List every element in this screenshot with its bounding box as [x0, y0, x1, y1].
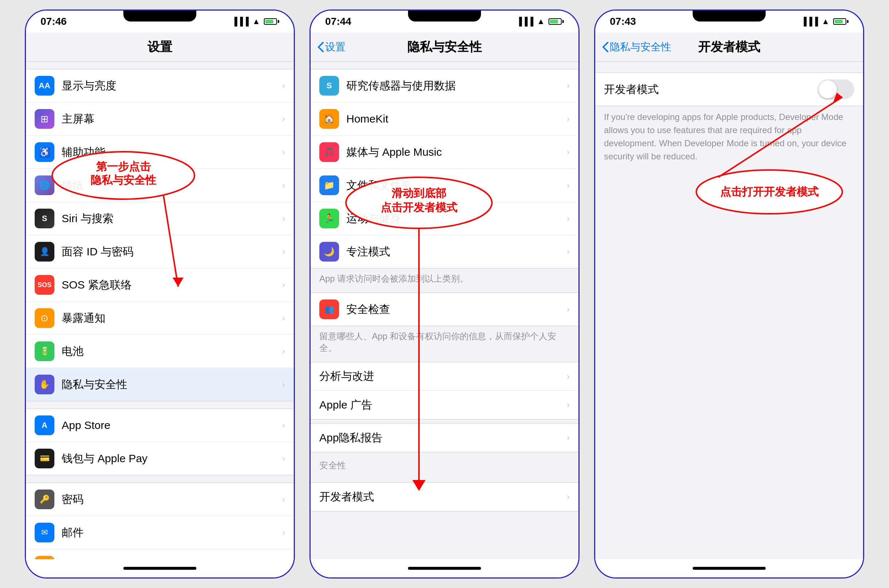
chevron-faceid: › [282, 247, 285, 257]
chevron-fitness: › [567, 213, 570, 224]
row-siri[interactable]: S Siri 与搜索 › [26, 202, 294, 235]
nav-header-1: 设置 [26, 33, 294, 62]
fitness-icon: 🏃 [319, 208, 339, 228]
phone3-wrapper: 07:43 ▐▐▐ ▲ 隐私与安全性 开发者模式 开发者模式 [594, 9, 864, 579]
wallpaper-label: 墙纸 [62, 178, 278, 193]
chevron-focus: › [567, 247, 570, 257]
wifi-icon-2: ▲ [537, 17, 545, 26]
row-files[interactable]: 📁 文件和文件夹 › [311, 169, 578, 202]
nav-back-2[interactable]: 设置 [318, 40, 345, 54]
accessibility-label: 辅助功能 [62, 145, 278, 160]
ads-label: Apple 广告 [319, 398, 563, 412]
homekit-icon: 🏠 [319, 109, 339, 129]
row-focus[interactable]: 🌙 专注模式 › [311, 235, 578, 268]
chevron-homescreen: › [282, 114, 285, 124]
accessibility-icon: ♿ [35, 142, 54, 162]
row-developer-toggle[interactable]: 开发者模式 [595, 73, 863, 106]
security-section-title: 安全性 [311, 452, 578, 475]
row-homekit[interactable]: 🏠 HomeKit › [311, 102, 578, 136]
focus-icon: 🌙 [319, 242, 339, 261]
row-battery[interactable]: 🔋 电池 › [26, 335, 294, 368]
row-ads[interactable]: Apple 广告 › [311, 391, 578, 419]
row-developer-mode-nav[interactable]: 开发者模式 › [311, 483, 578, 511]
home-indicator-1 [123, 567, 196, 570]
siri-label: Siri 与搜索 [62, 211, 278, 226]
chevron-wallet: › [282, 453, 285, 464]
status-bar-3: 07:43 ▐▐▐ ▲ [595, 10, 863, 33]
status-icons-1: ▐▐▐ ▲ [231, 17, 279, 26]
row-wallet[interactable]: 💳 钱包与 Apple Pay › [26, 442, 294, 475]
row-music[interactable]: 🎵 媒体与 Apple Music › [311, 136, 578, 169]
row-sos[interactable]: SOS SOS 紧急联络 › [26, 268, 294, 302]
row-display[interactable]: AA 显示与亮度 › [26, 69, 294, 102]
sensor-label: 研究传感器与使用数据 [346, 78, 563, 93]
signal-icon-3: ▐▐▐ [801, 17, 818, 26]
developer-mode-description: If you're developing apps for Apple prod… [595, 106, 863, 170]
display-icon: AA [35, 76, 54, 96]
settings-list-2: S 研究传感器与使用数据 › 🏠 HomeKit › 🎵 媒体与 Apple M… [311, 62, 578, 559]
toggle-knob [818, 80, 837, 99]
wifi-icon-3: ▲ [821, 17, 829, 26]
section-5-2: 开发者模式 › [311, 482, 578, 512]
row-exposure[interactable]: ⊙ 暴露通知 › [26, 302, 294, 335]
chevron-sos: › [282, 280, 285, 290]
developer-mode-toggle[interactable] [818, 80, 854, 99]
section-2-2: 👥 安全检查 › [311, 292, 578, 326]
chevron-wallpaper: › [282, 180, 285, 190]
notch-1 [123, 10, 196, 21]
signal-icon-1: ▐▐▐ [231, 17, 249, 26]
row-faceid[interactable]: 👤 面容 ID 与密码 › [26, 235, 294, 268]
analytics-label: 分析与改进 [319, 369, 563, 384]
status-bar-1: 07:46 ▐▐▐ ▲ [26, 10, 294, 33]
passwords-label: 密码 [62, 492, 278, 507]
nav-back-3[interactable]: 隐私与安全性 [602, 40, 671, 54]
sos-label: SOS 紧急联络 [62, 278, 278, 292]
phone2-wrapper: 07:44 ▐▐▐ ▲ 设置 隐私与安全性 S 研 [309, 9, 580, 579]
row-passwords[interactable]: 🔑 密码 › [26, 483, 294, 516]
siri-icon: S [35, 208, 54, 228]
wallet-label: 钱包与 Apple Pay [62, 451, 278, 466]
section-3-1: 🔑 密码 › ✉ 邮件 › 👥 通讯录 › 📅 日历 › [26, 483, 294, 559]
row-contacts[interactable]: 👥 通讯录 › [26, 549, 294, 559]
row-safety-check[interactable]: 👥 安全检查 › [311, 293, 578, 326]
chevron-appstore: › [282, 420, 285, 430]
phone-bottom-1 [26, 559, 294, 578]
row-accessibility[interactable]: ♿ 辅助功能 › [26, 136, 294, 169]
section-1-1: AA 显示与亮度 › ⊞ 主屏幕 › ♿ 辅助功能 › 🌐 墙纸 › [26, 69, 294, 401]
row-app-privacy[interactable]: App隐私报告 › [311, 423, 578, 452]
section-note-2: 留意哪些人、App 和设备有权访问你的信息，从而保护个人安全。 [311, 326, 578, 358]
wifi-icon-1: ▲ [252, 17, 260, 26]
row-sensor[interactable]: S 研究传感器与使用数据 › [311, 69, 578, 102]
battery-label: 电池 [62, 344, 278, 359]
homescreen-label: 主屏幕 [62, 112, 278, 127]
row-wallpaper[interactable]: 🌐 墙纸 › [26, 169, 294, 202]
section-4-2: App隐私报告 › [311, 423, 578, 452]
back-label-3: 隐私与安全性 [610, 40, 671, 54]
time-3: 07:43 [610, 16, 636, 27]
homescreen-icon: ⊞ [35, 109, 54, 129]
row-homescreen[interactable]: ⊞ 主屏幕 › [26, 102, 294, 136]
notch-2 [408, 10, 481, 21]
chevron-sensor: › [567, 81, 570, 91]
chevron-app-privacy: › [567, 433, 570, 443]
row-privacy[interactable]: ✋ 隐私与安全性 › [26, 368, 294, 401]
battery-setting-icon: 🔋 [35, 341, 54, 361]
faceid-label: 面容 ID 与密码 [62, 244, 278, 260]
row-mail[interactable]: ✉ 邮件 › [26, 516, 294, 549]
exposure-label: 暴露通知 [62, 311, 278, 326]
row-fitness[interactable]: 🏃 运动与健身 › [311, 202, 578, 235]
chevron-safety: › [567, 304, 570, 314]
notch-3 [693, 10, 766, 21]
back-label-2: 设置 [325, 40, 345, 54]
row-appstore[interactable]: A App Store › [26, 409, 294, 442]
chevron-mail: › [282, 528, 285, 538]
row-analytics[interactable]: 分析与改进 › [311, 362, 578, 391]
wallet-icon: 💳 [35, 448, 54, 468]
nav-header-2: 设置 隐私与安全性 [311, 33, 578, 62]
phone1-wrapper: 07:46 ▐▐▐ ▲ 设置 AA 显示与亮度 › [25, 9, 295, 579]
wallpaper-icon: 🌐 [35, 176, 54, 195]
appstore-icon: A [35, 416, 54, 435]
chevron-battery: › [282, 346, 285, 356]
section-note-1: App 请求访问时会被添加到以上类别。 [311, 268, 578, 289]
homekit-label: HomeKit [346, 113, 563, 125]
